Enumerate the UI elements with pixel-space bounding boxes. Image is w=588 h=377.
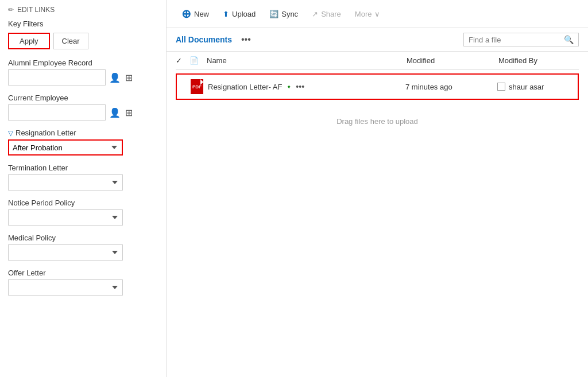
offer-select[interactable] [8,279,123,296]
header-icon-col: 📄 [189,56,207,65]
toolbar: ⊕ New ⬆ Upload 🔄 Sync ↗ Share More ∨ [167,0,588,28]
sync-icon: 🔄 [269,10,278,18]
current-grid-icon[interactable]: ⊞ [124,106,134,119]
filter-notice-label: Notice Period Policy [8,199,158,207]
filter-current-input-row: 👤 ⊞ [8,104,158,121]
filter-funnel-icon: ▽ [8,129,13,137]
filter-alumni: Alumni Employee Record 👤 ⊞ [8,59,158,85]
all-documents-link[interactable]: All Documents [176,35,232,44]
search-icon: 🔍 [564,35,574,44]
alumni-grid-icon[interactable]: ⊞ [124,71,134,84]
filter-medical: Medical Policy [8,234,158,261]
share-button[interactable]: ↗ Share [306,7,347,21]
termination-select[interactable] [8,174,123,191]
alumni-person-icon[interactable]: 👤 [108,71,122,84]
new-label: New [194,10,209,18]
key-filters-label: Key Filters [8,20,158,28]
row-ellipsis-button[interactable]: ••• [296,82,304,91]
new-button[interactable]: ⊕ New [176,5,215,23]
row-name-cell: Resignation Letter- AF ✦ ••• [208,82,405,91]
pdf-text: PDF [192,84,202,90]
more-chevron-icon: ∨ [374,10,380,18]
filter-offer-label: Offer Letter [8,269,158,277]
apply-button[interactable]: Apply [8,33,50,49]
upload-label: Upload [232,10,256,18]
filter-termination-label: Termination Letter [8,164,158,172]
filter-alumni-label: Alumni Employee Record [8,59,158,67]
file-name[interactable]: Resignation Letter- AF [208,83,282,91]
pencil-icon: ✏ [8,6,14,14]
apply-clear-row: Apply Clear [8,33,158,49]
row-file-icon: PDF [191,79,208,94]
filter-termination: Termination Letter [8,164,158,191]
filter-resignation-label: ▽ Resignation Letter [8,129,158,137]
medical-select[interactable] [8,244,123,261]
current-text-input[interactable] [8,104,106,121]
sidebar: ✏ EDIT LINKS Key Filters Apply Clear Alu… [0,0,167,377]
notice-select[interactable] [8,209,123,226]
more-button[interactable]: More ∨ [349,7,386,21]
modified-by-name: shaur asar [509,83,544,91]
header-modified: Modified [407,56,498,65]
sync-button[interactable]: 🔄 Sync [264,7,304,21]
header-modified-by: Modified By [498,56,579,65]
filter-alumni-input-row: 👤 ⊞ [8,69,158,85]
row-modified: 7 minutes ago [405,83,497,91]
search-input[interactable] [469,36,560,44]
table-row[interactable]: PDF Resignation Letter- AF ✦ ••• 7 minut… [176,73,579,100]
share-label: Share [321,10,341,18]
filter-resignation: ▽ Resignation Letter After Probation Bef… [8,129,158,156]
modified-by-checkbox[interactable] [497,83,505,91]
edit-links-label: EDIT LINKS [17,6,55,14]
filter-offer: Offer Letter [8,269,158,296]
all-docs-ellipsis-button[interactable]: ••• [239,33,253,46]
document-table: ✓ 📄 Name Modified Modified By PDF Resign… [167,52,588,377]
upload-button[interactable]: ⬆ Upload [217,7,261,21]
alumni-text-input[interactable] [8,69,106,85]
edit-links-row: ✏ EDIT LINKS [8,6,158,14]
header-checkmark-icon: ✓ [176,56,182,65]
header-file-icon: 📄 [189,56,199,65]
current-person-icon[interactable]: 👤 [108,106,122,119]
row-modified-by: shaur asar [497,83,578,91]
filter-current: Current Employee 👤 ⊞ [8,94,158,121]
share-icon: ↗ [312,10,318,18]
upload-icon: ⬆ [223,10,229,18]
table-header: ✓ 📄 Name Modified Modified By [176,52,579,70]
pdf-icon: PDF [191,79,203,94]
filter-notice: Notice Period Policy [8,199,158,226]
search-box: 🔍 [463,33,579,46]
header-name: Name [207,56,407,65]
clear-button[interactable]: Clear [53,33,88,49]
drag-hint: Drag files here to upload [176,117,579,126]
new-icon: ⊕ [181,7,191,21]
more-label: More [355,10,372,18]
sync-label: Sync [281,10,298,18]
resignation-select[interactable]: After Probation Before Probation [8,139,123,156]
main-content: ⊕ New ⬆ Upload 🔄 Sync ↗ Share More ∨ All… [167,0,588,377]
header-check-col: ✓ [176,56,189,65]
filter-current-label: Current Employee [8,94,158,102]
doc-bar: All Documents ••• 🔍 [167,28,588,52]
green-star-icon: ✦ [287,84,291,90]
filter-medical-label: Medical Policy [8,234,158,242]
